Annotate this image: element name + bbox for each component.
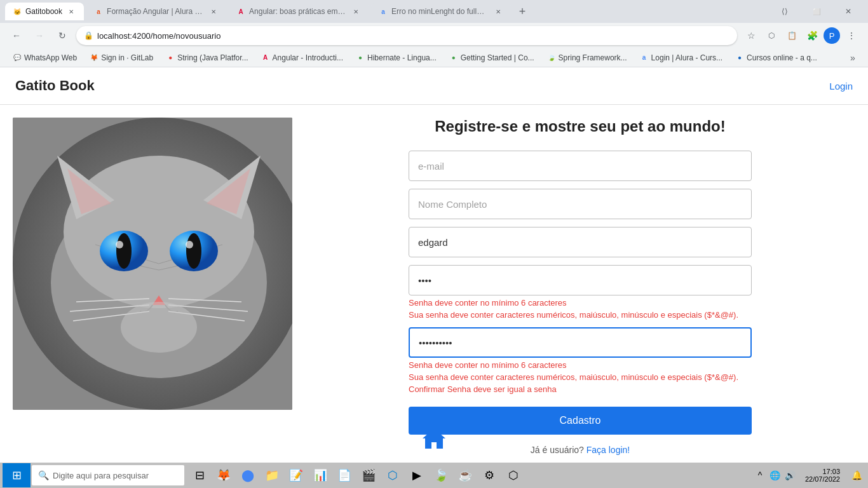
tray-network[interactable]: 🌐 bbox=[768, 464, 782, 487]
bookmark-label-hibernate: Hibernate - Lingua... bbox=[367, 53, 437, 62]
svg-point-16 bbox=[116, 241, 123, 248]
extra-icon2[interactable]: ⬡ bbox=[502, 464, 525, 487]
bookmark-label-cursos-online: Cursos online - a q... bbox=[747, 53, 817, 62]
docs-icon[interactable]: 📄 bbox=[333, 464, 356, 487]
video-icon[interactable]: 🎬 bbox=[357, 464, 380, 487]
page-content: Gatito Book Login bbox=[0, 67, 868, 463]
app-logo: Gatito Book bbox=[15, 78, 95, 94]
cat-image bbox=[13, 118, 292, 410]
taskbar-clock[interactable]: 17:03 22/07/2022 bbox=[800, 468, 845, 483]
bookmark-spring[interactable]: 🍃 Spring Framework... bbox=[542, 52, 632, 64]
password-error-minlength: Senha deve conter no mínimo 6 caracteres bbox=[409, 298, 752, 308]
notification-button[interactable]: 🔔 bbox=[848, 464, 865, 487]
bookmark-getting-started[interactable]: ● Getting Started | Co... bbox=[444, 52, 539, 64]
svg-marker-26 bbox=[423, 428, 445, 449]
bookmark-alura-login[interactable]: a Login | Alura - Curs... bbox=[635, 52, 728, 64]
bookmark-favicon-gitlab: 🦊 bbox=[90, 53, 98, 62]
tab-close-erro[interactable]: ✕ bbox=[493, 6, 503, 17]
confirm-error-chars: Sua senha deve conter caracteres numéric… bbox=[409, 372, 752, 382]
nome-field-wrapper bbox=[409, 189, 752, 219]
svg-point-15 bbox=[186, 233, 201, 269]
maximize-button[interactable]: ⬜ bbox=[802, 0, 831, 23]
tray-chevron[interactable]: ^ bbox=[753, 464, 767, 487]
start-button[interactable]: ⊞ bbox=[3, 463, 31, 487]
svg-point-3 bbox=[64, 156, 254, 308]
tab-favicon-angular-boas: A bbox=[236, 7, 245, 16]
sheets-icon[interactable]: 📊 bbox=[309, 464, 332, 487]
task-view-icon[interactable]: ⊟ bbox=[188, 464, 211, 487]
spring-icon[interactable]: 🍃 bbox=[430, 464, 452, 487]
bookmark-favicon-angular: A bbox=[261, 53, 270, 62]
search-icon: 🔍 bbox=[38, 470, 49, 480]
address-bar: ← → ↻ 🔒 localhost:4200/home/novousuario … bbox=[0, 23, 868, 48]
bookmark-star-icon[interactable]: ☆ bbox=[742, 27, 760, 44]
taskbar-right: ^ 🌐 🔊 17:03 22/07/2022 🔔 bbox=[753, 464, 865, 487]
username-input[interactable] bbox=[409, 227, 752, 257]
firefox-icon[interactable]: 🦊 bbox=[212, 464, 235, 487]
back-button[interactable]: ← bbox=[8, 27, 25, 44]
email-field-wrapper bbox=[409, 151, 752, 181]
tab-close-angular-formacao[interactable]: ✕ bbox=[208, 6, 219, 17]
tab-close-angular-boas[interactable]: ✕ bbox=[351, 6, 361, 17]
tab-angular-formacao[interactable]: a Formação Angular | Alura - Curs... ✕ bbox=[86, 3, 226, 20]
password-error-chars: Sua senha deve conter caracteres numéric… bbox=[409, 310, 752, 320]
tab-label-angular-boas: Angular: boas práticas em arquit... bbox=[249, 7, 347, 16]
notepad-icon[interactable]: 📝 bbox=[285, 464, 308, 487]
tab-favicon-gatitobook: 🐱 bbox=[13, 7, 22, 16]
home-icon bbox=[421, 427, 447, 450]
bookmark-label-alura-login: Login | Alura - Curs... bbox=[651, 53, 723, 62]
close-button[interactable]: ✕ bbox=[834, 0, 863, 23]
form-title: Registre-se e mostre seu pet ao mundo! bbox=[435, 118, 725, 135]
extra-icon1[interactable]: ⚙ bbox=[478, 464, 501, 487]
java-icon[interactable]: ☕ bbox=[454, 464, 477, 487]
menu-icon[interactable]: ⋮ bbox=[843, 27, 860, 44]
bookmark-angular[interactable]: A Angular - Introducti... bbox=[256, 52, 348, 64]
cast-icon[interactable]: ⬡ bbox=[763, 27, 780, 44]
confirm-input[interactable] bbox=[409, 327, 752, 358]
app-header: Gatito Book Login bbox=[0, 67, 868, 105]
bookmark-label-angular: Angular - Introducti... bbox=[273, 53, 343, 62]
bookmark-favicon-getting-started: ● bbox=[449, 53, 458, 62]
vscode-icon[interactable]: ⬡ bbox=[381, 464, 404, 487]
bookmark-label-string: String (Java Platfor... bbox=[177, 53, 248, 62]
tray-volume[interactable]: 🔊 bbox=[783, 464, 797, 487]
bookmark-favicon-whatsapp: 💬 bbox=[13, 53, 22, 62]
windows-icon: ⊞ bbox=[12, 468, 22, 482]
tab-label-erro: Erro no minLenght do fullName bbox=[391, 7, 489, 16]
screenshot-icon[interactable]: 📋 bbox=[783, 27, 801, 44]
taskbar-tray: ^ 🌐 🔊 bbox=[753, 464, 797, 487]
clock-date: 22/07/2022 bbox=[805, 475, 840, 483]
file-explorer-icon[interactable]: 📁 bbox=[261, 464, 283, 487]
tab-erro-minlenght[interactable]: a Erro no minLenght do fullName ✕ bbox=[371, 3, 511, 20]
reload-button[interactable]: ↻ bbox=[53, 27, 71, 44]
forward-button[interactable]: → bbox=[31, 27, 48, 44]
svg-point-17 bbox=[186, 241, 193, 248]
tab-gatitobook[interactable]: 🐱 Gatitobook ✕ bbox=[5, 3, 84, 20]
bookmarks-bar: 💬 WhatsApp Web 🦊 Sign in · GitLab ● Stri… bbox=[0, 48, 868, 67]
tab-label-gatitobook: Gatitobook bbox=[25, 7, 62, 16]
bookmark-string[interactable]: ● String (Java Platfor... bbox=[161, 52, 253, 64]
minimize-button[interactable]: ⟨⟩ bbox=[770, 0, 799, 23]
taskbar-search[interactable]: 🔍 Digite aqui para pesquisar bbox=[32, 465, 184, 485]
bookmark-gitlab[interactable]: 🦊 Sign in · GitLab bbox=[85, 52, 158, 64]
tab-angular-boas[interactable]: A Angular: boas práticas em arquit... ✕ bbox=[229, 3, 369, 20]
bookmark-whatsapp[interactable]: 💬 WhatsApp Web bbox=[8, 52, 82, 64]
tab-close-gatitobook[interactable]: ✕ bbox=[66, 6, 76, 17]
form-container: Registre-se e mostre seu pet ao mundo! bbox=[292, 105, 868, 459]
address-text: localhost:4200/home/novousuario bbox=[97, 31, 729, 41]
bookmark-cursos-online[interactable]: ● Cursos online - a q... bbox=[730, 52, 822, 64]
terminal-icon[interactable]: ▶ bbox=[405, 464, 428, 487]
new-tab-button[interactable]: + bbox=[513, 3, 531, 20]
confirm-error-minlength: Senha deve conter no mínimo 6 caracteres bbox=[409, 360, 752, 370]
bookmark-favicon-string: ● bbox=[166, 53, 175, 62]
chrome-icon[interactable]: ⬤ bbox=[236, 464, 259, 487]
profile-icon[interactable]: P bbox=[824, 27, 840, 44]
nome-input[interactable] bbox=[409, 189, 752, 219]
bookmarks-more-button[interactable]: » bbox=[845, 50, 860, 65]
address-input[interactable]: 🔒 localhost:4200/home/novousuario bbox=[76, 26, 737, 45]
password-input[interactable] bbox=[409, 265, 752, 295]
header-login-link[interactable]: Login bbox=[829, 81, 853, 92]
extensions-icon[interactable]: 🧩 bbox=[803, 27, 821, 44]
email-input[interactable] bbox=[409, 151, 752, 181]
bookmark-hibernate[interactable]: ● Hibernate - Lingua... bbox=[351, 52, 442, 64]
